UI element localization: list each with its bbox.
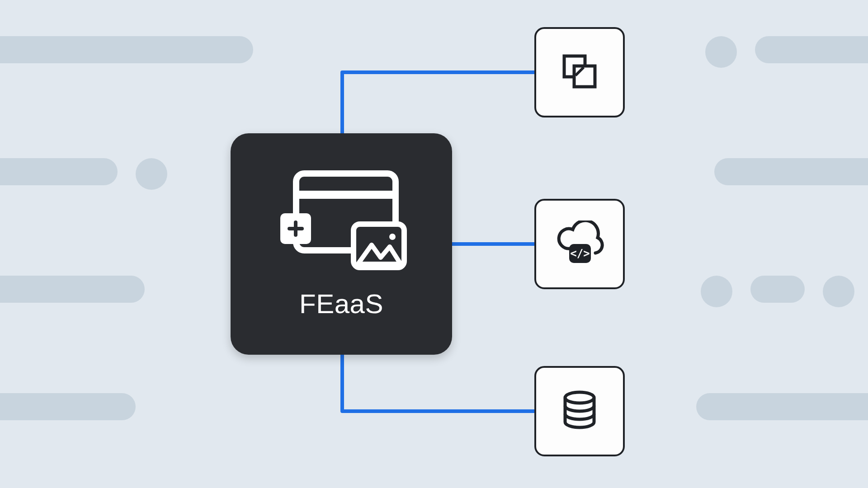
svg-point-12 <box>565 392 594 403</box>
integration-service-node <box>534 27 625 117</box>
bg-shape <box>136 158 167 190</box>
bg-shape <box>696 393 868 420</box>
bg-shape <box>0 393 136 420</box>
bg-shape <box>714 158 868 185</box>
feaas-label: FEaaS <box>299 288 383 319</box>
svg-point-6 <box>389 234 396 240</box>
bg-shape <box>0 36 253 63</box>
bg-shape <box>705 36 737 68</box>
svg-rect-8 <box>574 66 595 87</box>
bg-shape <box>0 158 118 185</box>
component-builder-icon <box>276 169 407 275</box>
diagram-canvas: FEaaS </> <box>0 0 868 488</box>
bg-shape <box>701 276 732 307</box>
bg-shape <box>755 36 868 63</box>
feaas-node: FEaaS <box>231 133 452 355</box>
database-service-node <box>534 366 625 456</box>
bg-shape <box>0 276 145 303</box>
svg-rect-1 <box>299 191 392 199</box>
svg-text:</>: </> <box>570 247 590 260</box>
overlap-squares-icon <box>559 51 600 94</box>
cloud-code-service-node: </> <box>534 199 625 289</box>
bg-shape <box>823 276 854 307</box>
database-icon <box>560 389 599 433</box>
bg-shape <box>750 276 805 303</box>
cloud-code-icon: </> <box>555 221 604 267</box>
